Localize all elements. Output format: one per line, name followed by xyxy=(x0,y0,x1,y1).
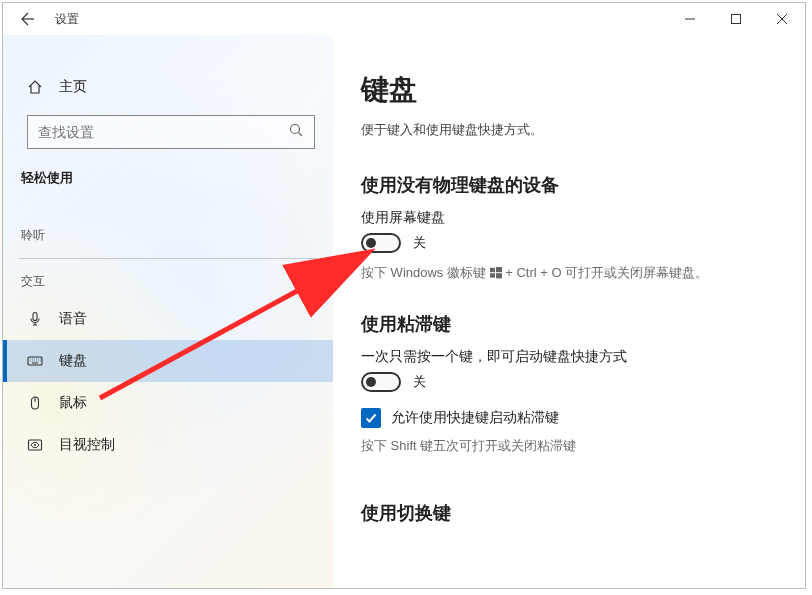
toggle-osk-state: 关 xyxy=(413,234,426,252)
maximize-button[interactable] xyxy=(713,3,759,35)
sidebar-item-speech[interactable]: 语音 xyxy=(3,298,333,340)
sidebar-item-label: 目视控制 xyxy=(51,436,115,454)
svg-rect-8 xyxy=(496,267,502,272)
sidebar-item-label: 语音 xyxy=(51,310,87,328)
hint-sticky: 按下 Shift 键五次可打开或关闭粘滞键 xyxy=(361,436,781,457)
minimize-button[interactable] xyxy=(667,3,713,35)
svg-rect-10 xyxy=(496,273,502,278)
mouse-icon xyxy=(27,395,51,411)
svg-rect-9 xyxy=(490,273,495,277)
search-icon xyxy=(288,122,304,142)
hint-osk: 按下 Windows 徽标键 + Ctrl + O 可打开或关闭屏幕键盘。 xyxy=(361,263,781,284)
back-button[interactable] xyxy=(3,3,49,35)
svg-rect-2 xyxy=(33,313,37,321)
close-button[interactable] xyxy=(759,3,805,35)
search-input[interactable] xyxy=(38,124,288,140)
sidebar-item-label: 键盘 xyxy=(51,352,87,370)
setting-label-sticky: 一次只需按一个键，即可启动键盘快捷方式 xyxy=(361,348,781,366)
sidebar-group-hearing: 聆听 xyxy=(3,213,333,252)
windows-key-icon xyxy=(490,267,502,279)
home-label: 主页 xyxy=(51,78,87,96)
toggle-osk[interactable] xyxy=(361,233,401,253)
sidebar-item-mouse[interactable]: 鼠标 xyxy=(3,382,333,424)
settings-window: 设置 主页 轻松使用 聆听 xyxy=(2,2,806,589)
svg-rect-0 xyxy=(732,15,741,24)
section-heading-togglekeys: 使用切换键 xyxy=(361,501,781,525)
svg-point-1 xyxy=(291,125,300,134)
checkbox-sticky-shortcut[interactable] xyxy=(361,408,381,428)
search-box[interactable] xyxy=(27,115,315,149)
toggle-sticky-state: 关 xyxy=(413,373,426,391)
home-nav[interactable]: 主页 xyxy=(3,67,333,107)
toggle-sticky[interactable] xyxy=(361,372,401,392)
sidebar-item-eye-control[interactable]: 目视控制 xyxy=(3,424,333,466)
keyboard-icon xyxy=(27,353,51,369)
page-title: 键盘 xyxy=(361,71,781,109)
main-content: 键盘 便于键入和使用键盘快捷方式。 使用没有物理键盘的设备 使用屏幕键盘 关 按… xyxy=(333,35,805,588)
sidebar-item-keyboard[interactable]: 键盘 xyxy=(3,340,333,382)
sidebar-item-label: 鼠标 xyxy=(51,394,87,412)
checkbox-sticky-label: 允许使用快捷键启动粘滞键 xyxy=(381,409,559,427)
svg-point-6 xyxy=(34,444,36,446)
titlebar: 设置 xyxy=(3,3,805,35)
setting-label-osk: 使用屏幕键盘 xyxy=(361,209,781,227)
eye-control-icon xyxy=(27,437,51,453)
page-subtitle: 便于键入和使用键盘快捷方式。 xyxy=(361,121,781,139)
sidebar: 主页 轻松使用 聆听 交互 语音 xyxy=(3,35,333,588)
sidebar-category: 轻松使用 xyxy=(3,155,333,195)
window-title: 设置 xyxy=(49,3,667,35)
section-heading-sticky: 使用粘滞键 xyxy=(361,312,781,336)
svg-rect-7 xyxy=(490,268,495,272)
section-heading-osk: 使用没有物理键盘的设备 xyxy=(361,173,781,197)
sidebar-group-interaction: 交互 xyxy=(3,259,333,298)
home-icon xyxy=(27,79,51,95)
microphone-icon xyxy=(27,311,51,327)
